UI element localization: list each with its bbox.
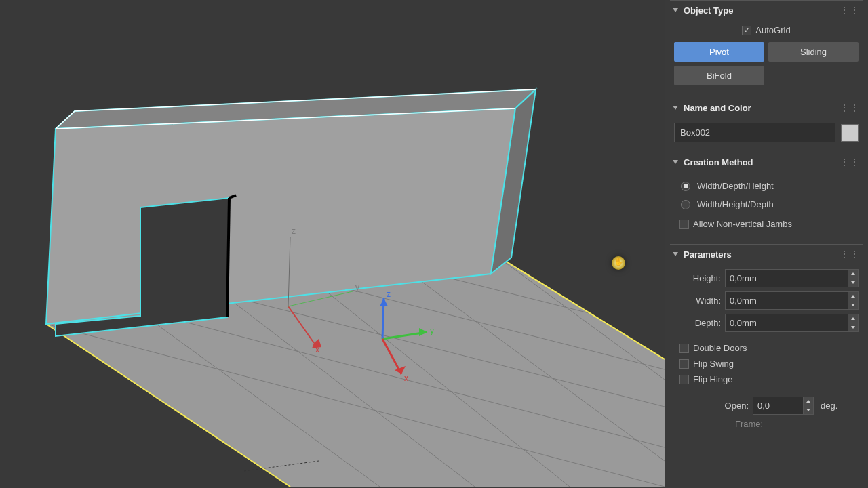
height-label: Height: xyxy=(674,273,721,283)
double-doors-checkbox[interactable] xyxy=(679,344,689,353)
3d-viewport[interactable]: x y z z y x xyxy=(0,0,665,488)
width-label: Width: xyxy=(674,296,721,306)
chevron-down-icon xyxy=(673,8,678,12)
spinner-down-icon[interactable] xyxy=(804,406,813,415)
depth-input[interactable] xyxy=(725,314,848,332)
x-axis-label-2: x xyxy=(404,373,408,383)
z-axis-label: z xyxy=(387,289,391,299)
width-input[interactable] xyxy=(725,291,848,310)
grip-icon: ⋮⋮ xyxy=(840,102,860,113)
spinner-down-icon[interactable] xyxy=(848,279,858,287)
frame-label: Frame: xyxy=(674,419,859,429)
open-label: Open: xyxy=(674,401,749,411)
pivot-button[interactable]: Pivot xyxy=(674,42,764,62)
object-type-title: Object Type xyxy=(684,5,840,16)
rollout-parameters: Parameters ⋮⋮ Height: Width: Depth: xyxy=(670,244,863,434)
rollout-object-type: Object Type ⋮⋮ AutoGrid Pivot Sliding Bi… xyxy=(670,0,863,94)
radio-whd-label: Width/Height/Depth xyxy=(697,199,774,209)
name-color-title: Name and Color xyxy=(684,103,840,113)
pan-cursor-icon xyxy=(612,256,625,270)
grip-icon: ⋮⋮ xyxy=(840,157,860,167)
depth-label: Depth: xyxy=(674,318,721,328)
x-axis-label: x xyxy=(315,345,319,354)
color-swatch[interactable] xyxy=(841,124,859,142)
radio-whd[interactable]: Width/Height/Depth xyxy=(674,195,859,214)
open-spinner[interactable] xyxy=(753,396,814,415)
height-input[interactable] xyxy=(725,269,848,287)
chevron-down-icon xyxy=(673,252,678,256)
rollout-creation-method: Creation Method ⋮⋮ Width/Depth/Height Wi… xyxy=(670,152,863,240)
radio-wdh-label: Width/Depth/Height xyxy=(697,181,774,191)
open-unit: deg. xyxy=(821,401,837,411)
grip-icon: ⋮⋮ xyxy=(840,249,860,260)
z-axis-hint: z xyxy=(292,226,296,236)
rollout-header-parameters[interactable]: Parameters ⋮⋮ xyxy=(670,244,863,264)
width-spinner[interactable] xyxy=(725,291,859,310)
flip-swing-label: Flip Swing xyxy=(693,359,734,369)
command-panel: Object Type ⋮⋮ AutoGrid Pivot Sliding Bi… xyxy=(665,0,868,488)
allow-jambs-checkbox[interactable] xyxy=(679,220,689,229)
height-spinner[interactable] xyxy=(725,269,859,287)
creation-method-title: Creation Method xyxy=(684,157,840,167)
autogrid-checkbox[interactable] xyxy=(742,26,751,35)
parameters-title: Parameters xyxy=(684,249,840,260)
spinner-up-icon[interactable] xyxy=(848,292,858,301)
double-doors-row[interactable]: Double Doors xyxy=(674,343,859,353)
spinner-down-icon[interactable] xyxy=(848,301,858,310)
spinner-up-icon[interactable] xyxy=(804,397,813,406)
grip-icon: ⋮⋮ xyxy=(840,5,860,16)
flip-swing-row[interactable]: Flip Swing xyxy=(674,359,859,369)
y-axis-label: y xyxy=(430,326,434,336)
object-name-input[interactable] xyxy=(674,123,835,142)
autogrid-row[interactable]: AutoGrid xyxy=(674,25,859,35)
open-input[interactable] xyxy=(753,396,804,415)
spinner-up-icon[interactable] xyxy=(848,270,858,279)
y-axis-hint: y xyxy=(355,283,359,292)
flip-hinge-checkbox[interactable] xyxy=(679,375,689,384)
flip-hinge-label: Flip Hinge xyxy=(693,374,733,384)
rollout-header-name-color[interactable]: Name and Color ⋮⋮ xyxy=(670,98,863,117)
autogrid-label: AutoGrid xyxy=(755,25,790,35)
depth-spinner[interactable] xyxy=(725,314,859,332)
radio-wdh-input[interactable] xyxy=(681,182,690,191)
allow-jambs-row[interactable]: Allow Non-vertical Jambs xyxy=(674,219,859,229)
allow-jambs-label: Allow Non-vertical Jambs xyxy=(693,219,792,229)
chevron-down-icon xyxy=(673,106,678,110)
bifold-button[interactable]: BiFold xyxy=(674,66,764,85)
rollout-name-color: Name and Color ⋮⋮ xyxy=(670,98,863,148)
rollout-header-creation-method[interactable]: Creation Method ⋮⋮ xyxy=(670,152,863,171)
sliding-button[interactable]: Sliding xyxy=(768,42,859,62)
radio-wdh[interactable]: Width/Depth/Height xyxy=(674,177,859,195)
flip-swing-checkbox[interactable] xyxy=(679,359,689,369)
flip-hinge-row[interactable]: Flip Hinge xyxy=(674,374,859,384)
chevron-down-icon xyxy=(673,160,678,164)
spinner-up-icon[interactable] xyxy=(848,314,858,323)
rollout-header-object-type[interactable]: Object Type ⋮⋮ xyxy=(670,0,863,20)
spinner-down-icon[interactable] xyxy=(848,323,858,332)
radio-whd-input[interactable] xyxy=(681,200,690,209)
double-doors-label: Double Doors xyxy=(693,343,747,353)
